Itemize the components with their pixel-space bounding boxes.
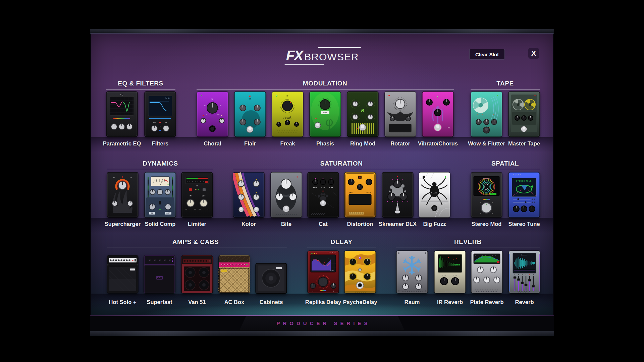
svg-text:-20: -20 bbox=[199, 209, 201, 210]
logo-browser: BROWSER bbox=[304, 51, 359, 62]
svg-text:PURR: PURR bbox=[329, 187, 333, 188]
device-filters[interactable]: 5.4 kHz50%5.4ON bbox=[144, 91, 176, 137]
stereo-mod-art: Auto Stereo50Stereo bbox=[471, 172, 502, 218]
svg-text:100: 100 bbox=[217, 114, 220, 116]
device-master-tape[interactable] bbox=[508, 91, 540, 137]
svg-text:0: 0 bbox=[207, 114, 208, 116]
section-header-reverb: REVERB bbox=[454, 238, 482, 246]
device-ir-reverb[interactable] bbox=[434, 250, 466, 294]
series-panel: PRODUCER SERIES bbox=[239, 316, 405, 330]
choral-art: 5025750100 bbox=[197, 91, 228, 137]
device-label-skreamer: Skreamer DLX bbox=[379, 221, 417, 227]
section-rule-amps-cabs bbox=[107, 247, 287, 247]
fx-browser-logo: FXBROWSER bbox=[283, 46, 363, 66]
device-parametric-eq[interactable]: EQ bbox=[106, 91, 138, 137]
svg-text:50%: 50% bbox=[153, 121, 156, 123]
svg-text:R: R bbox=[333, 290, 334, 292]
device-hot-solo[interactable] bbox=[107, 255, 139, 294]
section-rule-eq-filters bbox=[106, 89, 175, 89]
close-icon[interactable]: X bbox=[528, 48, 539, 59]
vibrato-chorus-art: BWA bbox=[422, 91, 454, 137]
device-psyche[interactable] bbox=[344, 250, 376, 294]
svg-text:SW: SW bbox=[249, 98, 251, 100]
device-label-supercharger: Supercharger bbox=[105, 221, 141, 227]
svg-text:ECHO: ECHO bbox=[330, 270, 334, 272]
section-header-delay: DELAY bbox=[330, 238, 352, 246]
svg-text:INPUT: INPUT bbox=[349, 192, 353, 193]
device-label-ring-mod: Ring Mod bbox=[350, 140, 375, 147]
section-rule-saturation bbox=[233, 169, 450, 169]
distortion-art: INPUTOUTPUT bbox=[344, 172, 376, 218]
device-label-flair: Flair bbox=[244, 140, 256, 147]
section-header-modulation: MODULATION bbox=[303, 80, 347, 87]
svg-text:IN: IN bbox=[190, 195, 192, 197]
ring-mod-art: R bbox=[347, 91, 379, 137]
section-rule-delay bbox=[307, 247, 376, 247]
svg-text:OUT: OUT bbox=[202, 195, 206, 197]
device-raum[interactable] bbox=[396, 250, 428, 294]
psyche-art bbox=[344, 250, 376, 294]
device-rotator[interactable] bbox=[384, 91, 416, 137]
raum-art bbox=[396, 250, 428, 294]
device-cat[interactable]: MEOWSCRTCPURR bbox=[307, 172, 339, 218]
logo-fx: FX bbox=[286, 48, 305, 63]
device-stereo-mod[interactable]: Auto Stereo50Stereo bbox=[471, 172, 502, 218]
device-van-51[interactable] bbox=[181, 255, 213, 294]
svg-text:Freak: Freak bbox=[283, 116, 292, 119]
device-distortion[interactable]: INPUTOUTPUT bbox=[344, 172, 376, 218]
replika-art: ECHOLR bbox=[307, 250, 339, 294]
device-flair[interactable]: SW bbox=[234, 91, 266, 137]
device-freak[interactable]: 50Freak bbox=[272, 91, 304, 137]
device-label-master-tape: Master Tape bbox=[508, 140, 540, 147]
svg-text:FUZZ: FUZZ bbox=[431, 192, 437, 194]
device-stereo-tune[interactable]: STEREO TUNE bbox=[508, 172, 540, 218]
device-cabinets[interactable] bbox=[255, 263, 287, 294]
device-supercharger[interactable]: 1.31.3 bbox=[107, 172, 139, 218]
device-ring-mod[interactable]: R bbox=[347, 91, 379, 137]
device-plate-reverb[interactable] bbox=[471, 250, 503, 294]
device-solid-comp[interactable]: INOUT bbox=[144, 172, 176, 218]
section-header-amps-cabs: AMPS & CABS bbox=[172, 238, 219, 246]
device-label-cat: Cat bbox=[319, 221, 328, 227]
svg-text:BWA: BWA bbox=[448, 127, 451, 129]
kolor-art bbox=[233, 172, 265, 218]
device-label-stereo-mod: Stereo Mod bbox=[472, 221, 502, 227]
device-superfast[interactable] bbox=[144, 255, 175, 294]
plate-reverb-art bbox=[471, 250, 503, 294]
device-phasis[interactable]: 50%φ bbox=[309, 91, 341, 137]
device-reverb[interactable]: f_waveform bbox=[508, 250, 540, 294]
device-label-freak: Freak bbox=[280, 140, 295, 147]
svg-text:R: R bbox=[361, 108, 364, 113]
svg-text:50: 50 bbox=[486, 180, 487, 182]
device-kolor[interactable] bbox=[233, 172, 265, 218]
device-label-phasis: Phasis bbox=[316, 140, 334, 147]
svg-text:ON: ON bbox=[159, 126, 161, 127]
limiter-art: dBINOUT-20+5-200 bbox=[181, 172, 213, 218]
device-skreamer[interactable] bbox=[382, 172, 414, 218]
stereo-tune-art: STEREO TUNE bbox=[508, 172, 540, 218]
producer-series-label: PRODUCER SERIES bbox=[273, 320, 370, 326]
device-wow-flutter[interactable] bbox=[471, 91, 502, 137]
svg-text:STEREO TUNE: STEREO TUNE bbox=[516, 180, 532, 182]
fx-browser-window: FXBROWSER Clear Slot X EQ & FILTERSEQPar… bbox=[90, 29, 554, 336]
device-label-parametric-eq: Parametric EQ bbox=[103, 140, 141, 147]
svg-text:75: 75 bbox=[219, 105, 221, 107]
device-vibrato-chorus[interactable]: BWA bbox=[422, 91, 454, 137]
freak-art: 50Freak bbox=[272, 91, 304, 137]
rotator-art bbox=[384, 91, 416, 137]
device-choral[interactable]: 5025750100 bbox=[197, 91, 228, 137]
svg-text:50%: 50% bbox=[323, 112, 327, 114]
section-rule-modulation bbox=[197, 89, 454, 89]
hot-solo-art bbox=[107, 255, 139, 294]
svg-text:φ: φ bbox=[325, 115, 333, 129]
device-ac-box[interactable] bbox=[218, 255, 250, 294]
device-big-fuzz[interactable]: FUZZ bbox=[419, 172, 450, 218]
svg-text:+5: +5 bbox=[194, 209, 196, 210]
device-bite[interactable] bbox=[270, 172, 302, 218]
svg-text:25: 25 bbox=[204, 105, 206, 107]
device-limiter[interactable]: dBINOUT-20+5-200 bbox=[181, 172, 213, 218]
device-label-choral: Choral bbox=[204, 140, 221, 147]
device-replika[interactable]: ECHOLR bbox=[307, 250, 339, 294]
clear-slot-button[interactable]: Clear Slot bbox=[469, 49, 505, 60]
device-label-bite: Bite bbox=[281, 221, 291, 227]
